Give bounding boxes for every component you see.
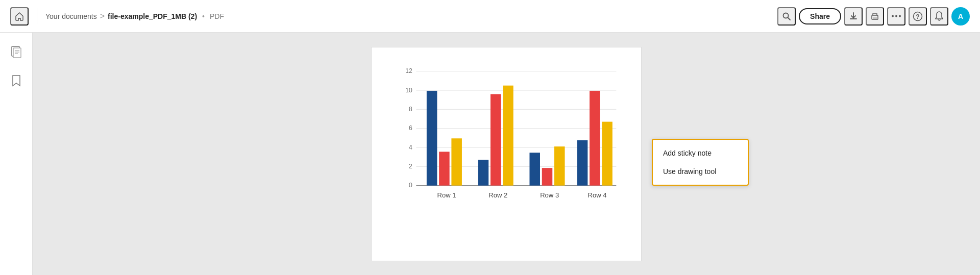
top-header: Your documents > file-example_PDF_1MB (2… xyxy=(0,0,980,33)
svg-text:4: 4 xyxy=(409,143,412,151)
left-sidebar xyxy=(0,33,33,275)
chart-container: 12 10 8 6 4 2 xyxy=(371,47,642,261)
share-button[interactable]: Share xyxy=(799,8,841,24)
download-button[interactable] xyxy=(844,7,863,26)
sidebar-bookmarks-button[interactable] xyxy=(7,71,26,90)
share-label: Share xyxy=(810,12,830,20)
download-icon xyxy=(849,12,858,21)
header-actions: Share ? xyxy=(777,7,970,26)
svg-rect-10 xyxy=(13,48,21,58)
home-button[interactable] xyxy=(10,7,29,26)
bell-icon xyxy=(935,11,944,21)
print-icon xyxy=(870,12,879,21)
bar-row1-blue xyxy=(427,90,437,185)
svg-rect-3 xyxy=(873,17,877,19)
bar-row1-red xyxy=(439,152,450,185)
notifications-button[interactable] xyxy=(930,7,948,26)
svg-text:10: 10 xyxy=(405,86,412,93)
bar-row3-yellow xyxy=(554,146,565,186)
use-drawing-tool-item[interactable]: Use drawing tool xyxy=(653,162,748,181)
bar-row4-blue xyxy=(577,140,588,186)
breadcrumb-separator: > xyxy=(100,12,105,21)
svg-text:12: 12 xyxy=(405,67,412,74)
svg-point-4 xyxy=(892,15,894,17)
bar-row3-blue xyxy=(529,153,540,185)
breadcrumb-parent[interactable]: Your documents xyxy=(45,12,97,20)
bar-row3-red xyxy=(542,168,553,186)
search-button[interactable] xyxy=(777,7,796,26)
bar-row4-red xyxy=(590,90,600,185)
help-icon: ? xyxy=(913,11,923,21)
breadcrumb-current: file-example_PDF_1MB (2) xyxy=(108,12,197,20)
add-sticky-note-item[interactable]: Add sticky note xyxy=(653,144,748,162)
svg-point-5 xyxy=(895,15,897,17)
context-menu: Add sticky note Use drawing tool xyxy=(652,139,749,186)
svg-line-1 xyxy=(788,17,791,20)
chart-wrapper: 12 10 8 6 4 2 xyxy=(371,47,642,261)
more-icon xyxy=(892,15,901,17)
print-button[interactable] xyxy=(866,7,884,26)
svg-point-6 xyxy=(899,15,901,17)
bar-chart: 12 10 8 6 4 2 xyxy=(397,60,626,235)
more-button[interactable] xyxy=(887,7,905,26)
svg-text:2: 2 xyxy=(409,163,412,170)
bar-row2-yellow xyxy=(503,85,513,185)
bar-row4-yellow xyxy=(602,121,612,185)
sidebar-pages-button[interactable] xyxy=(7,43,26,61)
bookmark-icon xyxy=(12,74,21,87)
search-icon xyxy=(782,12,791,21)
home-icon xyxy=(14,11,24,21)
user-avatar[interactable]: A xyxy=(951,7,970,26)
svg-text:8: 8 xyxy=(409,106,412,113)
main-layout: 12 10 8 6 4 2 xyxy=(0,33,980,275)
header-divider xyxy=(37,8,37,24)
help-button[interactable]: ? xyxy=(909,7,927,26)
svg-text:Row 4: Row 4 xyxy=(588,191,607,199)
bar-row1-yellow xyxy=(451,138,462,185)
svg-text:0: 0 xyxy=(409,182,412,189)
svg-text:Row 2: Row 2 xyxy=(488,191,507,199)
bar-row2-red xyxy=(491,94,501,185)
svg-text:6: 6 xyxy=(409,124,412,132)
svg-text:Row 3: Row 3 xyxy=(540,191,559,199)
bar-row2-blue xyxy=(478,160,489,185)
svg-text:Row 1: Row 1 xyxy=(437,191,456,199)
breadcrumb-dot: • xyxy=(202,12,205,20)
svg-text:?: ? xyxy=(916,13,919,20)
breadcrumb: Your documents > file-example_PDF_1MB (2… xyxy=(45,12,224,21)
breadcrumb-type: PDF xyxy=(210,12,224,20)
content-area: 12 10 8 6 4 2 xyxy=(33,33,980,275)
pages-icon xyxy=(11,46,22,58)
